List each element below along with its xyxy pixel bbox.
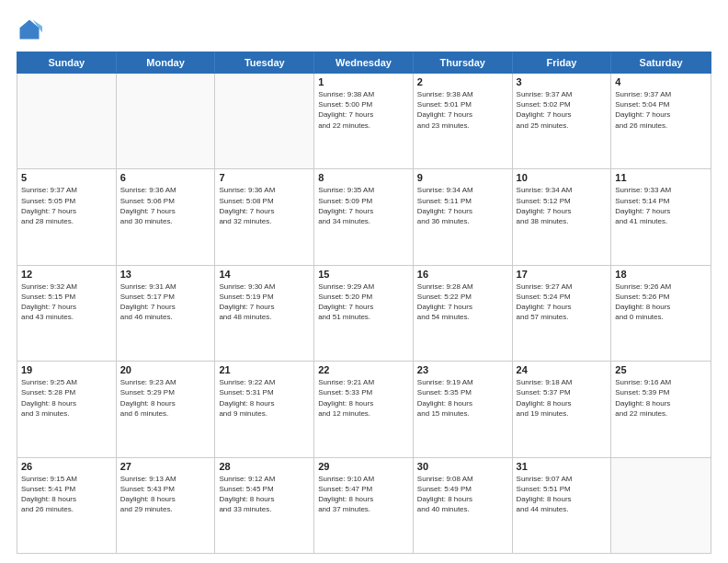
empty-cell-0-0 <box>17 74 117 168</box>
day-number: 5 <box>21 172 112 183</box>
logo <box>17 17 46 42</box>
day-info: Sunrise: 9:26 AM Sunset: 5:26 PM Dayligh… <box>615 282 707 323</box>
calendar-header: SundayMondayTuesdayWednesdayThursdayFrid… <box>17 52 711 74</box>
calendar-row-5: 26Sunrise: 9:15 AM Sunset: 5:41 PM Dayli… <box>17 458 711 553</box>
weekday-header-sunday: Sunday <box>17 52 117 73</box>
day-number: 7 <box>219 172 310 183</box>
day-cell-15: 15Sunrise: 9:29 AM Sunset: 5:20 PM Dayli… <box>314 266 414 361</box>
day-info: Sunrise: 9:36 AM Sunset: 5:06 PM Dayligh… <box>120 185 211 226</box>
page: SundayMondayTuesdayWednesdayThursdayFrid… <box>0 0 728 563</box>
weekday-header-friday: Friday <box>513 52 612 73</box>
day-cell-14: 14Sunrise: 9:30 AM Sunset: 5:19 PM Dayli… <box>215 266 314 361</box>
calendar-row-3: 12Sunrise: 9:32 AM Sunset: 5:15 PM Dayli… <box>17 266 711 362</box>
day-number: 29 <box>318 461 409 472</box>
day-number: 11 <box>615 172 707 183</box>
day-number: 4 <box>615 76 707 87</box>
day-number: 9 <box>417 172 508 183</box>
day-info: Sunrise: 9:34 AM Sunset: 5:11 PM Dayligh… <box>417 185 508 226</box>
day-info: Sunrise: 9:33 AM Sunset: 5:14 PM Dayligh… <box>615 185 707 226</box>
day-info: Sunrise: 9:29 AM Sunset: 5:20 PM Dayligh… <box>318 282 409 323</box>
day-info: Sunrise: 9:36 AM Sunset: 5:08 PM Dayligh… <box>219 185 310 226</box>
empty-cell-0-2 <box>215 74 314 168</box>
day-info: Sunrise: 9:22 AM Sunset: 5:31 PM Dayligh… <box>219 377 310 419</box>
day-info: Sunrise: 9:08 AM Sunset: 5:49 PM Dayligh… <box>417 474 508 515</box>
day-info: Sunrise: 9:16 AM Sunset: 5:39 PM Dayligh… <box>615 377 707 419</box>
header <box>17 17 711 42</box>
day-number: 18 <box>615 269 707 280</box>
day-cell-20: 20Sunrise: 9:23 AM Sunset: 5:29 PM Dayli… <box>117 362 216 456</box>
calendar-row-2: 5Sunrise: 9:37 AM Sunset: 5:05 PM Daylig… <box>17 169 711 265</box>
day-number: 3 <box>517 76 608 87</box>
day-number: 14 <box>219 269 310 280</box>
day-info: Sunrise: 9:31 AM Sunset: 5:17 PM Dayligh… <box>120 282 211 323</box>
day-number: 30 <box>417 461 508 472</box>
day-info: Sunrise: 9:38 AM Sunset: 5:00 PM Dayligh… <box>318 89 409 131</box>
day-info: Sunrise: 9:25 AM Sunset: 5:28 PM Dayligh… <box>21 377 112 419</box>
day-number: 12 <box>21 269 112 280</box>
day-info: Sunrise: 9:10 AM Sunset: 5:47 PM Dayligh… <box>318 474 409 515</box>
day-info: Sunrise: 9:38 AM Sunset: 5:01 PM Dayligh… <box>417 89 508 131</box>
day-cell-21: 21Sunrise: 9:22 AM Sunset: 5:31 PM Dayli… <box>215 362 314 456</box>
day-info: Sunrise: 9:37 AM Sunset: 5:04 PM Dayligh… <box>615 89 707 131</box>
day-number: 26 <box>21 461 112 472</box>
day-info: Sunrise: 9:19 AM Sunset: 5:35 PM Dayligh… <box>417 377 508 419</box>
day-number: 19 <box>21 364 112 375</box>
weekday-header-saturday: Saturday <box>611 52 711 73</box>
day-number: 23 <box>417 364 508 375</box>
day-info: Sunrise: 9:28 AM Sunset: 5:22 PM Dayligh… <box>417 282 508 323</box>
day-cell-22: 22Sunrise: 9:21 AM Sunset: 5:33 PM Dayli… <box>314 362 414 456</box>
day-cell-28: 28Sunrise: 9:12 AM Sunset: 5:45 PM Dayli… <box>215 458 314 553</box>
day-cell-2: 2Sunrise: 9:38 AM Sunset: 5:01 PM Daylig… <box>414 74 513 168</box>
day-cell-7: 7Sunrise: 9:36 AM Sunset: 5:08 PM Daylig… <box>215 169 314 264</box>
empty-cell-4-6 <box>611 458 711 553</box>
logo-icon <box>17 17 42 42</box>
day-cell-16: 16Sunrise: 9:28 AM Sunset: 5:22 PM Dayli… <box>414 266 513 361</box>
day-cell-30: 30Sunrise: 9:08 AM Sunset: 5:49 PM Dayli… <box>414 458 513 553</box>
day-info: Sunrise: 9:18 AM Sunset: 5:37 PM Dayligh… <box>517 377 608 419</box>
day-cell-27: 27Sunrise: 9:13 AM Sunset: 5:43 PM Dayli… <box>117 458 216 553</box>
day-cell-17: 17Sunrise: 9:27 AM Sunset: 5:24 PM Dayli… <box>513 266 612 361</box>
day-cell-11: 11Sunrise: 9:33 AM Sunset: 5:14 PM Dayli… <box>611 169 711 264</box>
day-info: Sunrise: 9:35 AM Sunset: 5:09 PM Dayligh… <box>318 185 409 226</box>
day-number: 13 <box>120 269 211 280</box>
day-info: Sunrise: 9:21 AM Sunset: 5:33 PM Dayligh… <box>318 377 409 419</box>
day-info: Sunrise: 9:27 AM Sunset: 5:24 PM Dayligh… <box>517 282 608 323</box>
calendar-row-1: 1Sunrise: 9:38 AM Sunset: 5:00 PM Daylig… <box>17 74 711 169</box>
day-number: 15 <box>318 269 409 280</box>
day-cell-8: 8Sunrise: 9:35 AM Sunset: 5:09 PM Daylig… <box>314 169 414 264</box>
day-info: Sunrise: 9:32 AM Sunset: 5:15 PM Dayligh… <box>21 282 112 323</box>
day-cell-9: 9Sunrise: 9:34 AM Sunset: 5:11 PM Daylig… <box>414 169 513 264</box>
day-cell-18: 18Sunrise: 9:26 AM Sunset: 5:26 PM Dayli… <box>611 266 711 361</box>
day-number: 20 <box>120 364 211 375</box>
weekday-header-monday: Monday <box>117 52 216 73</box>
day-cell-25: 25Sunrise: 9:16 AM Sunset: 5:39 PM Dayli… <box>611 362 711 456</box>
day-number: 27 <box>120 461 211 472</box>
calendar: SundayMondayTuesdayWednesdayThursdayFrid… <box>17 52 711 554</box>
calendar-body: 1Sunrise: 9:38 AM Sunset: 5:00 PM Daylig… <box>17 74 711 554</box>
day-number: 1 <box>318 76 409 87</box>
day-number: 2 <box>417 76 508 87</box>
day-info: Sunrise: 9:23 AM Sunset: 5:29 PM Dayligh… <box>120 377 211 419</box>
day-cell-1: 1Sunrise: 9:38 AM Sunset: 5:00 PM Daylig… <box>314 74 414 168</box>
empty-cell-0-1 <box>117 74 216 168</box>
day-number: 16 <box>417 269 508 280</box>
day-cell-23: 23Sunrise: 9:19 AM Sunset: 5:35 PM Dayli… <box>414 362 513 456</box>
day-cell-19: 19Sunrise: 9:25 AM Sunset: 5:28 PM Dayli… <box>17 362 117 456</box>
day-cell-10: 10Sunrise: 9:34 AM Sunset: 5:12 PM Dayli… <box>513 169 612 264</box>
weekday-header-wednesday: Wednesday <box>314 52 414 73</box>
day-cell-13: 13Sunrise: 9:31 AM Sunset: 5:17 PM Dayli… <box>117 266 216 361</box>
day-number: 31 <box>517 461 608 472</box>
day-number: 24 <box>517 364 608 375</box>
day-info: Sunrise: 9:12 AM Sunset: 5:45 PM Dayligh… <box>219 474 310 515</box>
day-cell-29: 29Sunrise: 9:10 AM Sunset: 5:47 PM Dayli… <box>314 458 414 553</box>
day-info: Sunrise: 9:15 AM Sunset: 5:41 PM Dayligh… <box>21 474 112 515</box>
day-cell-24: 24Sunrise: 9:18 AM Sunset: 5:37 PM Dayli… <box>513 362 612 456</box>
day-cell-6: 6Sunrise: 9:36 AM Sunset: 5:06 PM Daylig… <box>117 169 216 264</box>
day-number: 17 <box>517 269 608 280</box>
day-info: Sunrise: 9:13 AM Sunset: 5:43 PM Dayligh… <box>120 474 211 515</box>
day-info: Sunrise: 9:07 AM Sunset: 5:51 PM Dayligh… <box>517 474 608 515</box>
weekday-header-thursday: Thursday <box>414 52 513 73</box>
day-cell-5: 5Sunrise: 9:37 AM Sunset: 5:05 PM Daylig… <box>17 169 117 264</box>
day-number: 28 <box>219 461 310 472</box>
day-cell-12: 12Sunrise: 9:32 AM Sunset: 5:15 PM Dayli… <box>17 266 117 361</box>
